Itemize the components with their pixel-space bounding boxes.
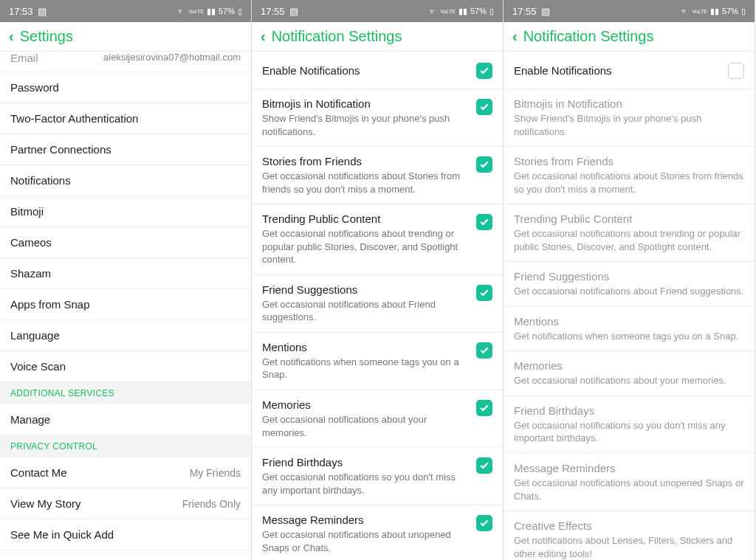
row-see-my-location[interactable]: See My Location — [0, 550, 251, 560]
notif-subtitle: Get occasional notifications about unope… — [262, 528, 469, 554]
row-mentions[interactable]: MentionsGet notifications when someone t… — [252, 333, 503, 390]
row-bitmoji[interactable]: Bitmoji — [0, 196, 251, 227]
battery-icon: ▯ — [741, 7, 746, 16]
row-creative-effects: Creative EffectsGet notifications about … — [504, 511, 755, 560]
notif-subtitle: Show Friend's Bitmojis in your phone's p… — [514, 112, 744, 138]
checkbox-message-reminders[interactable] — [476, 515, 492, 531]
notification-panel-enabled: 17:55 ▧ ᯤ VoLTE ▮▮ 57% ▯ ‹ Notification … — [252, 0, 504, 560]
row-email[interactable]: Email aleksijesirovina07@hotmail.com — [0, 52, 251, 72]
settings-panel: 17:53 ▧ ᯤ VoLTE ▮▮ 57% ▯ ‹ Settings Emai… — [0, 0, 252, 560]
check-icon — [479, 403, 489, 413]
status-photo-icon: ▧ — [289, 6, 298, 17]
signal-icon: ▮▮ — [710, 7, 719, 16]
row-trending-public-content[interactable]: Trending Public ContentGet occasional no… — [252, 204, 503, 275]
checkbox-bitmojis-in-notification[interactable] — [476, 99, 492, 115]
status-time: 17:55 — [512, 6, 537, 17]
row-quick-add[interactable]: See Me in Quick Add — [0, 519, 251, 550]
row-manage[interactable]: Manage — [0, 404, 251, 435]
checkbox-trending-public-content[interactable] — [476, 214, 492, 230]
notif-subtitle: Get occasional notifications so you don'… — [262, 471, 469, 497]
notif-title: Bitmojis in Notification — [262, 97, 469, 110]
notif-title: Mentions — [262, 341, 469, 353]
check-icon — [479, 345, 489, 356]
volte-icon: VoLTE — [692, 9, 707, 14]
row-enable-notifications[interactable]: Enable Notifications — [252, 52, 503, 89]
title-bar: ‹ Settings — [0, 22, 251, 52]
notif-title: Friend Birthdays — [262, 456, 469, 469]
notif-title: Friend Birthdays — [514, 404, 744, 417]
notif-title: Stories from Friends — [514, 155, 744, 167]
notif-content-disabled: Enable Notifications Bitmojis in Notific… — [504, 52, 755, 560]
checkbox-mentions[interactable] — [476, 342, 492, 359]
row-friend-birthdays[interactable]: Friend BirthdaysGet occasional notificat… — [252, 448, 503, 505]
notif-title: Friend Suggestions — [514, 270, 744, 283]
signal-icon: ▮▮ — [207, 7, 216, 16]
settings-content: Email aleksijesirovina07@hotmail.com Pas… — [0, 52, 251, 560]
row-cameos[interactable]: Cameos — [0, 227, 251, 258]
row-friend-birthdays: Friend BirthdaysGet occasional notificat… — [504, 396, 755, 454]
notif-title: Message Reminders — [262, 514, 469, 526]
back-icon[interactable]: ‹ — [9, 28, 14, 45]
row-trending-public-content: Trending Public ContentGet occasional no… — [504, 204, 755, 262]
notif-subtitle: Get occasional notifications about your … — [514, 374, 744, 387]
page-title: Settings — [20, 28, 73, 45]
row-language[interactable]: Language — [0, 320, 251, 351]
row-view-my-story[interactable]: View My Story Friends Only — [0, 488, 251, 519]
check-icon — [479, 217, 489, 227]
row-message-reminders: Message RemindersGet occasional notifica… — [504, 454, 755, 511]
notif-subtitle: Show Friend's Bitmojis in your phone's p… — [262, 112, 469, 138]
notification-panel-disabled: 17:55 ▧ ᯤ VoLTE ▮▮ 57% ▯ ‹ Notification … — [504, 0, 755, 560]
row-friend-suggestions: Friend SuggestionsGet occasional notific… — [504, 262, 755, 307]
row-voice-scan[interactable]: Voice Scan — [0, 351, 251, 382]
notif-title: Mentions — [514, 315, 744, 328]
notif-subtitle: Get occasional notifications about trend… — [514, 227, 744, 253]
row-message-reminders[interactable]: Message RemindersGet occasional notifica… — [252, 505, 503, 560]
checkbox-stories-from-friends[interactable] — [476, 156, 492, 173]
status-bar: 17:55 ▧ ᯤ VoLTE ▮▮ 57% ▯ — [504, 0, 755, 22]
checkbox-enable[interactable] — [476, 63, 492, 79]
notif-title: Message Reminders — [514, 462, 744, 474]
row-apps-from-snap[interactable]: Apps from Snap — [0, 289, 251, 320]
row-bitmojis-in-notification[interactable]: Bitmojis in NotificationShow Friend's Bi… — [252, 89, 503, 147]
notif-title: Trending Public Content — [514, 212, 744, 225]
row-partner-connections[interactable]: Partner Connections — [0, 134, 251, 165]
row-contact-me[interactable]: Contact Me My Friends — [0, 457, 251, 488]
section-privacy-control: PRIVACY CONTROL — [0, 435, 251, 457]
row-memories[interactable]: MemoriesGet occasional notifications abo… — [252, 390, 503, 448]
row-notifications[interactable]: Notifications — [0, 165, 251, 196]
checkbox-friend-birthdays[interactable] — [476, 457, 492, 474]
notif-subtitle: Get occasional notifications about Frien… — [262, 298, 469, 324]
back-icon[interactable]: ‹ — [512, 28, 518, 45]
notif-subtitle: Get occasional notifications about your … — [262, 413, 469, 439]
notif-subtitle: Get occasional notifications about Stori… — [262, 170, 469, 196]
notif-title: Memories — [262, 398, 469, 411]
checkbox-friend-suggestions[interactable] — [476, 285, 492, 301]
row-two-factor[interactable]: Two-Factor Authentication — [0, 103, 251, 134]
volte-icon: VoLTE — [188, 9, 204, 14]
checkbox-enable[interactable] — [728, 63, 744, 79]
battery-text: 57% — [470, 7, 487, 15]
title-bar: ‹ Notification Settings — [504, 22, 755, 52]
check-icon — [479, 518, 489, 528]
status-bar: 17:55 ▧ ᯤ VoLTE ▮▮ 57% ▯ — [252, 0, 503, 22]
status-photo-icon: ▧ — [541, 6, 550, 17]
battery-text: 57% — [722, 7, 738, 15]
volte-icon: VoLTE — [440, 9, 456, 14]
checkbox-memories[interactable] — [476, 400, 492, 416]
wifi-icon: ᯤ — [177, 7, 185, 15]
status-time: 17:55 — [261, 6, 285, 17]
row-shazam[interactable]: Shazam — [0, 258, 251, 289]
notif-subtitle: Get occasional notifications so you don'… — [514, 419, 744, 445]
back-icon[interactable]: ‹ — [261, 28, 266, 45]
notif-subtitle: Get notifications when someone tags you … — [262, 356, 469, 381]
status-bar: 17:53 ▧ ᯤ VoLTE ▮▮ 57% ▯ — [0, 0, 251, 22]
email-value: aleksijesirovina07@hotmail.com — [103, 52, 241, 64]
signal-icon: ▮▮ — [458, 7, 467, 16]
row-stories-from-friends[interactable]: Stories from FriendsGet occasional notif… — [252, 147, 503, 204]
check-icon — [479, 159, 489, 170]
row-friend-suggestions[interactable]: Friend SuggestionsGet occasional notific… — [252, 275, 503, 333]
row-enable-notifications[interactable]: Enable Notifications — [504, 52, 755, 89]
row-password[interactable]: Password — [0, 72, 251, 103]
notif-subtitle: Get occasional notifications about Frien… — [514, 285, 744, 298]
page-title: Notification Settings — [523, 28, 654, 45]
